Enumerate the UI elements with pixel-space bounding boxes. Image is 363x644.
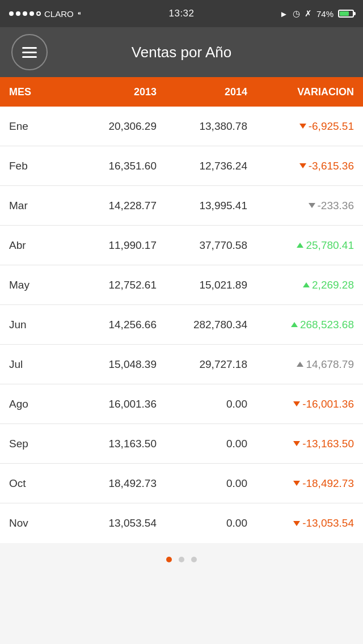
dot5 [36, 11, 41, 16]
arrow-down-icon [309, 203, 315, 208]
cell-mes: Jul [9, 358, 66, 371]
cell-mes: Feb [9, 160, 66, 172]
alarm-icon: ◷ [293, 9, 300, 19]
cell-mes: May [9, 279, 66, 291]
cell-2014: 282,780.34 [157, 319, 247, 331]
cell-variacion: 25,780.41 [247, 239, 354, 252]
table-row: Ago 16,001.36 0.00 -16,001.36 [0, 384, 363, 424]
arrow-up-icon [297, 362, 303, 367]
menu-line-2 [22, 52, 37, 53]
cell-variacion: -6,925.51 [247, 120, 354, 133]
cell-2013: 18,492.73 [66, 477, 157, 490]
cell-2013: 11,990.17 [66, 239, 157, 252]
page-indicator-2[interactable] [179, 557, 184, 562]
cell-variacion: -3,615.36 [247, 160, 354, 172]
arrow-up-icon [303, 282, 310, 287]
arrow-down-icon [299, 163, 306, 168]
arrow-down-icon [293, 401, 300, 406]
cell-variacion: 2,269.28 [247, 279, 354, 291]
table-row: Oct 18,492.73 0.00 -18,492.73 [0, 464, 363, 503]
status-bar: CLARO ⁌ 13:32 ► ◷ ✗ 74% [0, 0, 363, 27]
battery-label: 74% [316, 9, 334, 19]
cell-2013: 16,351.60 [66, 160, 157, 172]
table-row: Jun 14,256.66 282,780.34 268,523.68 [0, 305, 363, 345]
table-row: Mar 14,228.77 13,995.41 -233.36 [0, 186, 363, 226]
table-body: Ene 20,306.29 13,380.78 -6,925.51 Feb 16… [0, 107, 363, 543]
menu-line-3 [22, 56, 37, 58]
header-variacion: VARIACION [247, 86, 354, 98]
table-row: May 12,752.61 15,021.89 2,269.28 [0, 265, 363, 305]
variacion-value: 14,678.79 [306, 358, 354, 371]
cell-2014: 29,727.18 [157, 358, 247, 371]
arrow-down-icon [293, 481, 300, 486]
page-indicator-3[interactable] [191, 557, 197, 562]
nav-bar: Ventas por Año [0, 27, 363, 77]
status-right: ► ◷ ✗ 74% [275, 9, 354, 19]
cell-variacion: 14,678.79 [247, 358, 354, 371]
page-title: Ventas por Año [132, 44, 231, 61]
page-indicator-1[interactable] [166, 557, 172, 562]
table-row: Nov 13,053.54 0.00 -13,053.54 [0, 503, 363, 543]
arrow-down-icon [293, 441, 300, 446]
variacion-value: -18,492.73 [302, 477, 354, 490]
cell-2014: 15,021.89 [157, 279, 247, 291]
variacion-value: -3,615.36 [309, 160, 354, 172]
cell-2014: 0.00 [157, 438, 247, 450]
status-left: CLARO ⁌ [9, 9, 88, 19]
battery-fill [340, 11, 349, 16]
variacion-value: -13,053.54 [302, 517, 354, 529]
cell-mes: Jun [9, 319, 66, 331]
cell-2014: 37,770.58 [157, 239, 247, 252]
cell-2013: 12,752.61 [66, 279, 157, 291]
header-2013: 2013 [66, 86, 157, 98]
wifi-icon: ⁌ [77, 9, 82, 19]
cell-variacion: -18,492.73 [247, 477, 354, 490]
cell-mes: Ene [9, 120, 66, 133]
cell-2014: 0.00 [157, 398, 247, 410]
cell-2013: 16,001.36 [66, 398, 157, 410]
hamburger-icon [22, 47, 37, 58]
variacion-value: 268,523.68 [300, 319, 354, 331]
cell-variacion: -13,053.54 [247, 517, 354, 529]
cell-2013: 13,053.54 [66, 517, 157, 529]
cell-variacion: 268,523.68 [247, 319, 354, 331]
variacion-value: -6,925.51 [309, 120, 354, 133]
cell-2013: 14,228.77 [66, 200, 157, 212]
location-icon: ► [280, 9, 288, 19]
cell-mes: Sep [9, 438, 66, 450]
table-row: Abr 11,990.17 37,770.58 25,780.41 [0, 226, 363, 265]
dot2 [16, 11, 20, 16]
table-row: Jul 15,048.39 29,727.18 14,678.79 [0, 345, 363, 384]
cell-mes: Oct [9, 477, 66, 490]
variacion-value: -13,163.50 [302, 438, 354, 450]
header-2014: 2014 [157, 86, 247, 98]
cell-variacion: -13,163.50 [247, 438, 354, 450]
cell-mes: Nov [9, 517, 66, 529]
variacion-value: -16,001.36 [302, 398, 354, 410]
cell-2014: 13,995.41 [157, 200, 247, 212]
cell-2013: 20,306.29 [66, 120, 157, 133]
arrow-down-icon [299, 124, 306, 129]
cell-variacion: -233.36 [247, 200, 354, 212]
bluetooth-icon: ✗ [305, 9, 312, 19]
cell-2014: 13,380.78 [157, 120, 247, 133]
cell-2014: 0.00 [157, 517, 247, 529]
cell-2013: 15,048.39 [66, 358, 157, 371]
battery-body [338, 10, 354, 18]
table-row: Ene 20,306.29 13,380.78 -6,925.51 [0, 107, 363, 146]
table-row: Sep 13,163.50 0.00 -13,163.50 [0, 424, 363, 464]
cell-variacion: -16,001.36 [247, 398, 354, 410]
cell-mes: Mar [9, 200, 66, 212]
arrow-up-icon [297, 243, 303, 248]
status-time: 13:32 [168, 8, 194, 19]
page-indicators [0, 543, 363, 576]
menu-button[interactable] [11, 34, 48, 70]
dot1 [9, 11, 14, 16]
cell-2013: 14,256.66 [66, 319, 157, 331]
carrier-label: CLARO [44, 9, 74, 19]
table-row: Feb 16,351.60 12,736.24 -3,615.36 [0, 146, 363, 186]
cell-2013: 13,163.50 [66, 438, 157, 450]
cell-2014: 12,736.24 [157, 160, 247, 172]
table-header: Mes 2013 2014 VARIACION [0, 77, 363, 107]
cell-mes: Ago [9, 398, 66, 410]
